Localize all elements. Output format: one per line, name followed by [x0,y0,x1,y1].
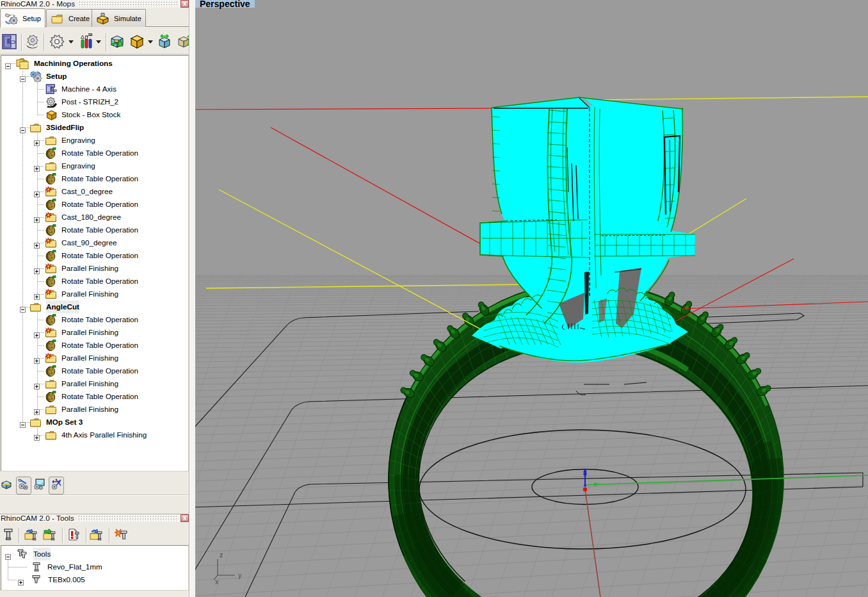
svg-text:x: x [215,578,219,585]
svg-text:z: z [220,551,223,559]
svg-text:y: y [238,571,242,579]
